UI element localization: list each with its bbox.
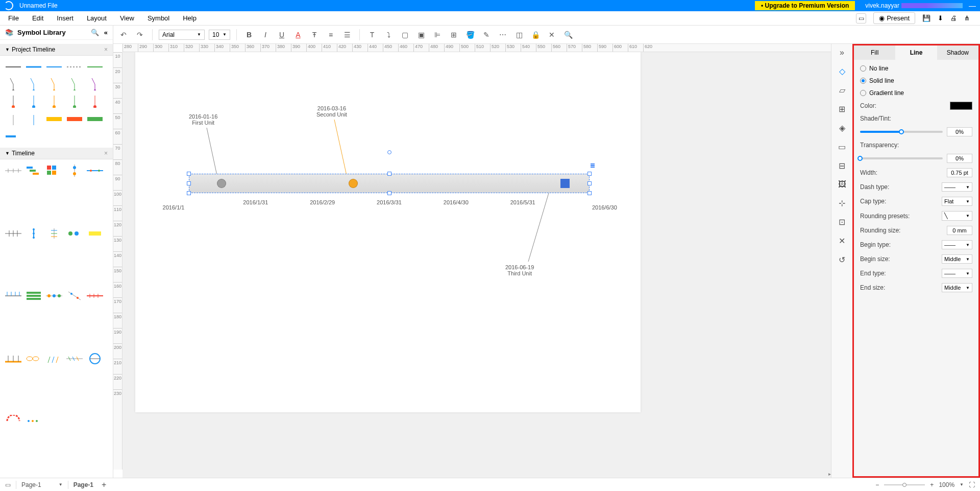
- pages-icon[interactable]: ▭: [5, 481, 11, 488]
- arrange-tool-icon[interactable]: ✕: [839, 236, 845, 246]
- width-value[interactable]: 0.75 pt: [947, 168, 972, 177]
- shape-item[interactable]: [86, 60, 104, 74]
- export-icon[interactable]: ⬇: [938, 14, 943, 22]
- shape-item[interactable]: [4, 77, 22, 91]
- shape-item[interactable]: [4, 226, 22, 241]
- tab-fill[interactable]: Fill: [854, 45, 895, 60]
- menu-file[interactable]: File: [8, 14, 19, 22]
- shape-item[interactable]: [45, 226, 63, 241]
- round-preset-select[interactable]: ╲▼: [942, 211, 972, 221]
- page-select[interactable]: Page-1 ▼: [21, 481, 63, 488]
- shape-item[interactable]: [86, 95, 104, 109]
- shape-item[interactable]: [4, 289, 22, 303]
- cap-select[interactable]: Flat▼: [942, 197, 972, 206]
- shape-item[interactable]: [86, 289, 104, 303]
- line-spacing-icon[interactable]: ☰: [341, 29, 353, 41]
- shape-item[interactable]: [86, 226, 104, 241]
- menu-help[interactable]: Help: [183, 14, 197, 22]
- italic-icon[interactable]: I: [259, 29, 272, 41]
- zoom-out-icon[interactable]: −: [875, 481, 879, 488]
- shape-item[interactable]: [24, 95, 43, 109]
- shape-item[interactable]: [45, 95, 63, 109]
- shape-item[interactable]: [24, 77, 43, 91]
- section-timeline[interactable]: ▼ Timeline ×: [0, 148, 113, 159]
- shape-item[interactable]: [45, 289, 63, 303]
- shape-item[interactable]: [45, 60, 63, 74]
- slides-icon[interactable]: ▭: [856, 13, 866, 24]
- bold-icon[interactable]: B: [243, 29, 255, 41]
- font-color-icon[interactable]: A: [292, 29, 304, 41]
- slide-tool-icon[interactable]: ▭: [838, 142, 846, 152]
- history-tool-icon[interactable]: ↺: [839, 255, 845, 265]
- menu-edit[interactable]: Edit: [32, 14, 43, 22]
- line-style-icon[interactable]: ⋯: [497, 29, 509, 41]
- menu-symbol[interactable]: Symbol: [148, 14, 169, 22]
- shape-item[interactable]: [86, 77, 104, 91]
- page-tab[interactable]: Page-1: [74, 481, 93, 488]
- fill-tool-icon[interactable]: ◇: [839, 66, 845, 76]
- dimension-tool-icon[interactable]: ⊡: [839, 217, 845, 227]
- resize-handle[interactable]: [587, 191, 592, 195]
- shape-item[interactable]: [24, 289, 43, 303]
- shape-item[interactable]: [4, 112, 22, 126]
- radio-solid-line[interactable]: Solid line: [860, 77, 972, 84]
- shape-item[interactable]: [4, 129, 22, 144]
- align-objects-icon[interactable]: ⊫: [431, 29, 444, 41]
- text-height-icon[interactable]: Ŧ: [308, 29, 321, 41]
- resize-handle[interactable]: [187, 172, 191, 176]
- round-size-value[interactable]: 0 mm: [947, 226, 972, 235]
- shape-item[interactable]: [24, 112, 43, 126]
- close-section-icon[interactable]: ×: [104, 150, 108, 157]
- layers-tool-icon[interactable]: ◈: [839, 123, 845, 133]
- resize-handle[interactable]: [387, 172, 391, 176]
- menu-handle-icon[interactable]: [591, 163, 596, 169]
- shape-item[interactable]: [65, 163, 84, 178]
- menu-layout[interactable]: Layout: [87, 14, 107, 22]
- canvas-page[interactable]: 2016-01-16 First Unit 2016-03-16 Second …: [135, 52, 641, 412]
- shape-item[interactable]: [65, 95, 84, 109]
- shape-icon[interactable]: ▢: [399, 29, 411, 41]
- shape-item[interactable]: [24, 352, 43, 366]
- shape-item[interactable]: [24, 163, 43, 178]
- shape-item[interactable]: [65, 289, 84, 303]
- present-button[interactable]: ◉ Present: [873, 12, 915, 24]
- minimize-icon[interactable]: —: [969, 2, 976, 10]
- close-section-icon[interactable]: ×: [104, 46, 108, 53]
- transparency-value[interactable]: 0%: [947, 154, 972, 163]
- search-icon[interactable]: 🔍: [91, 29, 99, 36]
- shape-item[interactable]: [4, 163, 22, 178]
- settings-icon[interactable]: ✕: [546, 29, 558, 41]
- line-color-icon[interactable]: ✎: [480, 29, 493, 41]
- event-marker[interactable]: [349, 179, 358, 188]
- shape-item[interactable]: [65, 77, 84, 91]
- shape-item[interactable]: [65, 226, 84, 241]
- share-icon[interactable]: ⋔: [964, 14, 970, 22]
- shape-item[interactable]: [86, 163, 104, 178]
- add-page-icon[interactable]: +: [102, 480, 106, 489]
- end-size-select[interactable]: Middle▼: [942, 283, 972, 292]
- transparency-slider[interactable]: [860, 157, 943, 159]
- resize-handle[interactable]: [587, 181, 592, 185]
- section-project-timeline[interactable]: ▼ Project Timeline ×: [0, 44, 113, 56]
- fullscreen-icon[interactable]: ⛶: [969, 481, 975, 488]
- tree-tool-icon[interactable]: ⊹: [839, 198, 845, 208]
- resize-handle[interactable]: [587, 172, 592, 176]
- menu-view[interactable]: View: [120, 14, 134, 22]
- shape-item[interactable]: [65, 112, 84, 126]
- rotate-handle[interactable]: [387, 150, 391, 154]
- event-marker[interactable]: [217, 179, 226, 188]
- connector-icon[interactable]: ⤵: [382, 29, 395, 41]
- shadow-icon[interactable]: ◫: [513, 29, 525, 41]
- timeline-bar[interactable]: [189, 174, 590, 193]
- redo-icon[interactable]: ↷: [134, 29, 146, 41]
- undo-icon[interactable]: ↶: [117, 29, 130, 41]
- text-tool-icon[interactable]: T: [366, 29, 378, 41]
- collapse-icon[interactable]: «: [104, 29, 108, 36]
- align-icon[interactable]: ≡: [325, 29, 337, 41]
- shade-value[interactable]: 0%: [947, 127, 972, 136]
- container-icon[interactable]: ▣: [415, 29, 427, 41]
- font-size-select[interactable]: 10▼: [209, 30, 230, 40]
- radio-no-line[interactable]: No line: [860, 65, 972, 72]
- data-tool-icon[interactable]: ⊟: [839, 161, 845, 171]
- zoom-in-icon[interactable]: +: [930, 481, 934, 488]
